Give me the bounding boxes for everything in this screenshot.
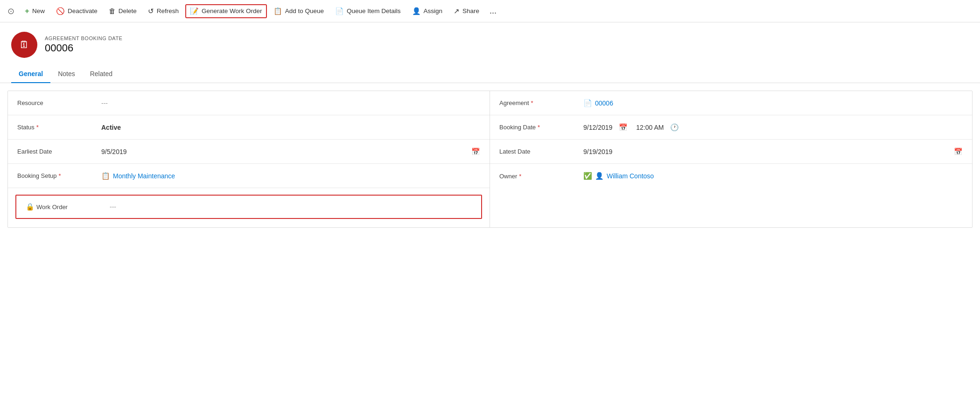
tab-general[interactable]: General	[11, 65, 50, 83]
new-button[interactable]: + New	[20, 4, 49, 19]
owner-row: Owner * ✅ 👤 William Contoso	[490, 164, 972, 188]
back-button[interactable]: ⊙	[4, 3, 18, 19]
latest-date-value: 9/19/2019 📅	[583, 148, 963, 156]
delete-label: Delete	[119, 7, 137, 14]
deactivate-button[interactable]: 🚫 Deactivate	[51, 4, 102, 18]
work-order-row: 🔒 Work Order ---	[15, 195, 482, 219]
deactivate-label: Deactivate	[68, 7, 98, 14]
queue-item-details-label: Queue Item Details	[347, 7, 401, 14]
add-to-queue-icon: 📋	[273, 7, 282, 15]
form-grid: Resource --- Status * Active Earliest Da…	[8, 91, 972, 227]
record-name: 00006	[45, 42, 122, 54]
owner-required: *	[519, 173, 521, 180]
status-value: Active	[101, 124, 480, 131]
booking-setup-label: Booking Setup *	[17, 172, 101, 179]
refresh-icon: ↺	[148, 7, 154, 15]
earliest-date-label: Earliest Date	[17, 148, 101, 155]
status-row: Status * Active	[8, 115, 490, 140]
work-order-label: 🔒 Work Order	[26, 203, 110, 211]
tab-related[interactable]: Related	[83, 65, 120, 83]
share-label: Share	[462, 7, 479, 14]
agreement-required: *	[531, 99, 533, 106]
owner-label: Owner *	[499, 173, 583, 180]
booking-setup-required: *	[59, 172, 61, 179]
booking-setup-icon: 📋	[101, 172, 110, 180]
share-button[interactable]: ↗ Share	[449, 4, 484, 18]
resource-value: ---	[101, 99, 480, 107]
delete-button[interactable]: 🗑 Delete	[104, 4, 141, 18]
assign-label: Assign	[424, 7, 443, 14]
new-label: New	[32, 7, 45, 14]
booking-time-clock-icon[interactable]: 🕐	[670, 123, 679, 132]
booking-date-required: *	[538, 124, 540, 131]
more-options-button[interactable]: ...	[486, 3, 500, 19]
refresh-label: Refresh	[157, 7, 179, 14]
assign-icon: 👤	[412, 7, 421, 15]
more-options-label: ...	[490, 6, 497, 15]
generate-work-order-icon: 📝	[190, 7, 199, 15]
assign-button[interactable]: 👤 Assign	[407, 4, 448, 18]
record-header: 🗓 AGREEMENT BOOKING DATE 00006	[0, 22, 980, 65]
status-required: *	[36, 124, 39, 131]
add-to-queue-button[interactable]: 📋 Add to Queue	[269, 4, 329, 18]
queue-item-details-icon: 📄	[335, 7, 344, 15]
resource-row: Resource ---	[8, 91, 490, 115]
earliest-date-calendar-icon[interactable]: 📅	[471, 148, 480, 156]
latest-date-calendar-icon[interactable]: 📅	[954, 148, 963, 156]
refresh-button[interactable]: ↺ Refresh	[143, 4, 183, 18]
earliest-date-value: 9/5/2019 📅	[101, 148, 480, 156]
booking-setup-row: Booking Setup * 📋 Monthly Maintenance	[8, 164, 490, 188]
work-order-lock-icon: 🔒	[26, 203, 35, 211]
tab-notes[interactable]: Notes	[50, 65, 83, 83]
new-icon: +	[25, 7, 29, 16]
owner-status-icon: ✅	[583, 172, 592, 180]
share-icon: ↗	[454, 7, 460, 15]
agreement-value[interactable]: 📄 00006	[583, 99, 963, 107]
booking-date-calendar-icon[interactable]: 📅	[619, 123, 628, 132]
agreement-label: Agreement *	[499, 99, 583, 106]
owner-person-icon: 👤	[595, 172, 604, 180]
booking-date-value: 9/12/2019 📅 12:00 AM 🕐	[583, 123, 963, 132]
record-avatar: 🗓	[11, 32, 37, 58]
form-right: Agreement * 📄 00006 Booking Date * 9/12/…	[490, 91, 972, 227]
delete-icon: 🗑	[109, 7, 116, 15]
record-type: AGREEMENT BOOKING DATE	[45, 35, 122, 41]
status-label: Status *	[17, 124, 101, 131]
resource-label: Resource	[17, 99, 101, 106]
back-icon: ⊙	[7, 7, 14, 16]
toolbar: ⊙ + New 🚫 Deactivate 🗑 Delete ↺ Refresh …	[0, 0, 980, 22]
record-avatar-icon: 🗓	[19, 39, 29, 51]
owner-value[interactable]: ✅ 👤 William Contoso	[583, 172, 963, 180]
queue-item-details-button[interactable]: 📄 Queue Item Details	[330, 4, 406, 18]
agreement-doc-icon: 📄	[583, 99, 592, 107]
add-to-queue-label: Add to Queue	[285, 7, 324, 14]
booking-date-row: Booking Date * 9/12/2019 📅 12:00 AM 🕐	[490, 115, 972, 140]
record-title-group: AGREEMENT BOOKING DATE 00006	[45, 35, 122, 54]
form-container: Resource --- Status * Active Earliest Da…	[7, 91, 973, 228]
form-left: Resource --- Status * Active Earliest Da…	[8, 91, 490, 227]
booking-time-value: 12:00 AM	[636, 124, 664, 131]
booking-date-label: Booking Date *	[499, 124, 583, 131]
deactivate-icon: 🚫	[56, 7, 65, 15]
agreement-row: Agreement * 📄 00006	[490, 91, 972, 115]
booking-setup-value[interactable]: 📋 Monthly Maintenance	[101, 172, 480, 180]
generate-work-order-button[interactable]: 📝 Generate Work Order	[185, 4, 267, 18]
latest-date-label: Latest Date	[499, 148, 583, 155]
latest-date-row: Latest Date 9/19/2019 📅	[490, 140, 972, 164]
work-order-value: ---	[110, 203, 472, 211]
generate-work-order-label: Generate Work Order	[202, 7, 262, 14]
tabs: General Notes Related	[0, 65, 980, 83]
earliest-date-row: Earliest Date 9/5/2019 📅	[8, 140, 490, 164]
work-order-wrapper: 🔒 Work Order ---	[8, 188, 490, 227]
